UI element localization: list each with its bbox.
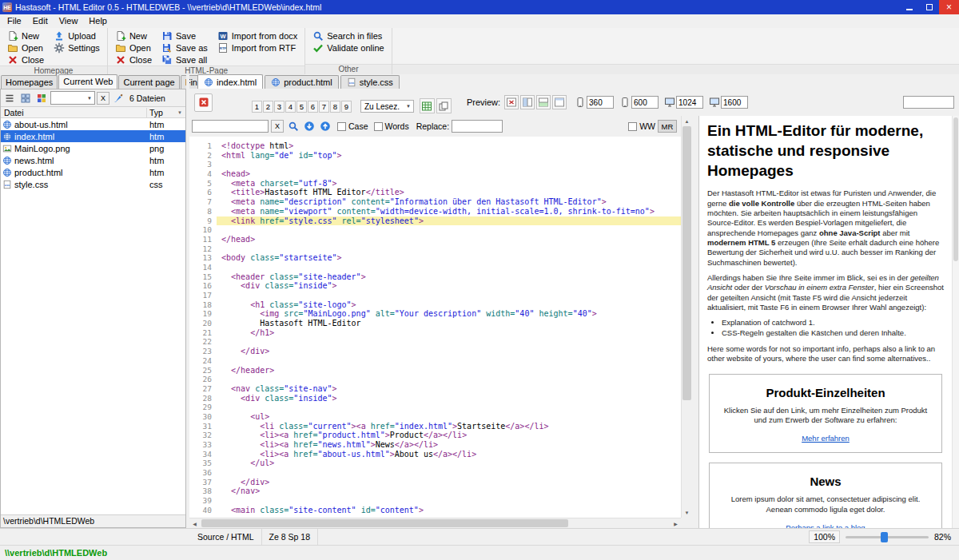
heading-level-2-button[interactable]: 2 (263, 101, 273, 113)
heading-level-9-button[interactable]: 9 (341, 101, 352, 113)
code-line-22[interactable]: ​ (217, 337, 681, 347)
find-next-button[interactable] (302, 120, 316, 133)
preview-width-360-input[interactable] (587, 96, 614, 109)
find-previous-button[interactable] (318, 120, 332, 133)
upload-button[interactable]: Upload (49, 30, 105, 42)
find-button[interactable] (286, 120, 300, 133)
zoom-slider-thumb[interactable] (881, 532, 888, 542)
maximize-button[interactable] (919, 0, 939, 14)
scroll-right-icon[interactable]: ▶ (671, 518, 681, 528)
code-line-29[interactable]: ​ (217, 403, 681, 412)
code-line-9[interactable]: <link href="style.css" rel="stylesheet"> (217, 216, 681, 226)
word-wrap-checkbox[interactable]: WW (628, 121, 655, 131)
code-line-14[interactable]: ​ (217, 263, 681, 272)
preview-close-button[interactable] (504, 95, 519, 109)
preview-scrollbar[interactable] (952, 116, 959, 528)
clear-find-button[interactable]: X (271, 120, 284, 133)
code-line-34[interactable]: <li><a href="about-us.html">About us</a>… (217, 450, 681, 459)
find-input[interactable] (192, 120, 269, 133)
preview-scroll-thumb[interactable] (953, 117, 958, 261)
table-button[interactable] (420, 98, 435, 113)
code-line-3[interactable]: ​ (217, 160, 681, 169)
code-area[interactable]: 1234567891011121314151617181920212223242… (189, 137, 681, 518)
palette-button[interactable] (34, 91, 49, 105)
vertical-scroll-thumb[interactable] (682, 126, 691, 400)
file-row-product-html[interactable]: product.htmlhtm (1, 166, 185, 178)
code-line-26[interactable]: ​ (217, 375, 681, 384)
zoom-reset-label[interactable]: 100% (809, 530, 840, 543)
match-case-checkbox[interactable]: Case (337, 121, 368, 131)
document-tab-style-css[interactable]: cssstyle.css (340, 75, 400, 89)
code-line-6[interactable]: <title>Hastasoft HTML Editor</title> (217, 188, 681, 197)
menu-file[interactable]: File (2, 14, 27, 28)
code-line-13[interactable]: <body class="startseite"> (217, 253, 681, 263)
validation-status-button[interactable] (194, 93, 213, 112)
preview-width-600-input[interactable] (631, 96, 659, 109)
preview-width-1024-input[interactable] (676, 96, 703, 109)
bookmark-dropdown[interactable]: Zu Lesez.▼ (360, 100, 414, 113)
code-line-30[interactable]: <ul> (217, 412, 681, 422)
code-text[interactable]: <!doctype html><html lang="de" id="top">… (217, 137, 681, 518)
settings-button[interactable]: Settings (49, 42, 105, 54)
menu-view[interactable]: View (54, 14, 84, 28)
sort-arrow-icon[interactable]: ▼ (174, 110, 185, 115)
horizontal-scroll-thumb[interactable] (201, 519, 568, 527)
list-view-button[interactable] (2, 91, 17, 105)
code-line-23[interactable]: </div> (217, 347, 681, 356)
code-line-7[interactable]: <meta name="description" content="Inform… (217, 197, 681, 207)
code-line-17[interactable]: ​ (217, 291, 681, 300)
minimize-button[interactable] (899, 0, 919, 14)
clear-filter-button[interactable]: X (97, 92, 109, 105)
mr-toggle-button[interactable]: MR (658, 120, 677, 133)
close-button[interactable]: Close (2, 54, 49, 66)
panel-tab-current-page[interactable]: Current page (118, 75, 179, 89)
file-row-index-html[interactable]: index.htmlhtm (1, 130, 185, 142)
code-line-25[interactable]: </header> (217, 366, 681, 375)
split-vertical-button[interactable] (520, 95, 535, 109)
editor-preview-splitter[interactable] (692, 116, 698, 528)
code-line-35[interactable]: </ul> (217, 459, 681, 468)
code-line-5[interactable]: <meta charset="utf-8"> (217, 179, 681, 189)
code-line-8[interactable]: <meta name="viewport" content="width=dev… (217, 207, 681, 216)
code-line-36[interactable]: ​ (217, 468, 681, 478)
open-button[interactable]: Open (2, 42, 49, 54)
import-from-docx-button[interactable]: WImport from docx (213, 30, 303, 42)
code-line-40[interactable]: <main class="site-content" id="content"> (217, 506, 681, 515)
code-line-24[interactable]: ​ (217, 356, 681, 366)
close-button[interactable]: Close (110, 54, 157, 66)
heading-level-8-button[interactable]: 8 (330, 101, 340, 113)
panel-tab-current-web[interactable]: Current Web (58, 74, 117, 89)
brush-button[interactable] (111, 91, 125, 105)
code-line-12[interactable]: ​ (217, 244, 681, 254)
save-button[interactable]: Save (157, 30, 213, 42)
code-line-27[interactable]: <nav class="site-nav"> (217, 384, 681, 394)
heading-level-7-button[interactable]: 7 (319, 101, 329, 113)
document-tab-product-html[interactable]: product.html (265, 75, 339, 89)
heading-level-1-button[interactable]: 1 (252, 101, 262, 113)
code-line-38[interactable]: </nav> (217, 487, 681, 496)
code-line-19[interactable]: <img src="MainLogo.png" alt="Your descri… (217, 309, 681, 319)
code-line-18[interactable]: <h1 class="site-logo"> (217, 300, 681, 310)
code-line-31[interactable]: <li class="current"><a href="index.html"… (217, 422, 681, 431)
heading-level-3-button[interactable]: 3 (274, 101, 285, 113)
code-line-39[interactable]: ​ (217, 496, 681, 506)
code-line-2[interactable]: <html lang="de" id="top"> (217, 151, 681, 161)
code-line-4[interactable]: <head> (217, 169, 681, 179)
validate-online-button[interactable]: Validate online (308, 42, 388, 54)
horizontal-scrollbar[interactable]: ◀ ▶ (189, 518, 681, 528)
column-header-datei[interactable]: Datei (1, 108, 147, 117)
heading-level-5-button[interactable]: 5 (296, 101, 307, 113)
code-line-21[interactable]: </h1> (217, 328, 681, 338)
code-line-16[interactable]: <div class="inside"> (217, 281, 681, 291)
document-tab-index-html[interactable]: index.html (197, 74, 263, 89)
file-row-style-css[interactable]: cssstyle.csscss (1, 178, 185, 190)
split-horizontal-button[interactable] (536, 95, 551, 109)
code-line-33[interactable]: <li><a href="news.html">News</a></li> (217, 440, 681, 450)
heading-level-4-button[interactable]: 4 (285, 101, 296, 113)
close-button[interactable]: × (939, 0, 959, 14)
code-line-15[interactable]: <header class="site-header"> (217, 272, 681, 282)
tiles-view-button[interactable] (18, 91, 33, 105)
file-filter-dropdown[interactable]: ▼ (50, 91, 95, 105)
menu-help[interactable]: Help (83, 14, 113, 28)
preview-width-1600-input[interactable] (721, 96, 748, 109)
